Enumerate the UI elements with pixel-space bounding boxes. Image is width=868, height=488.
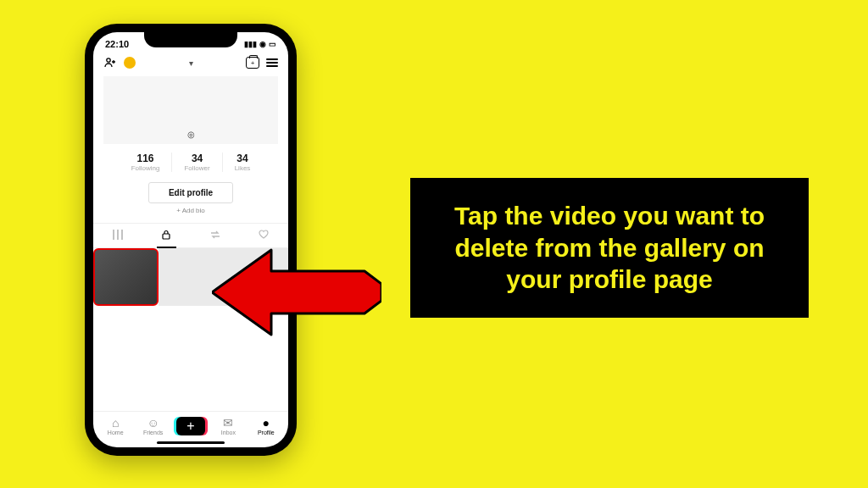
add-user-icon[interactable]: [103, 56, 117, 69]
stat-likes-label: Likes: [235, 164, 251, 172]
signal-icon: ▮▮▮: [244, 40, 257, 48]
inbox-icon: ✉: [223, 417, 233, 429]
plus-icon: +: [176, 417, 205, 435]
profile-avatar-area[interactable]: ◎: [103, 76, 278, 144]
stat-following-label: Following: [131, 164, 160, 172]
camera-icon[interactable]: +: [246, 57, 259, 69]
status-right-icons: ▮▮▮ ◉ ▭: [244, 40, 276, 48]
battery-icon: ▭: [269, 40, 276, 48]
nav-friends-label: Friends: [143, 430, 163, 435]
profile-top-bar: ▾ +: [93, 51, 288, 75]
nav-profile-label: Profile: [258, 430, 275, 435]
home-icon: ⌂: [112, 417, 119, 429]
svg-point-0: [107, 58, 110, 62]
phone-mockup: 22:10 ▮▮▮ ◉ ▭ ▾ + ◎ 116 Following: [85, 24, 297, 456]
profile-stats: 116 Following 34 Follower 34 Likes: [93, 144, 288, 177]
instruction-box: Tap the video you want to delete from th…: [410, 178, 809, 318]
nav-friends[interactable]: ☺ Friends: [134, 417, 171, 435]
status-time: 22:10: [105, 39, 129, 49]
stat-followers-count: 34: [184, 152, 209, 164]
nav-inbox-label: Inbox: [221, 430, 236, 435]
stat-likes[interactable]: 34 Likes: [223, 152, 263, 172]
svg-marker-2: [212, 250, 381, 335]
stat-likes-count: 34: [235, 152, 251, 164]
stat-followers-label: Follower: [184, 164, 209, 172]
add-bio-button[interactable]: + Add bio: [93, 207, 288, 214]
tab-reposts[interactable]: [191, 224, 240, 247]
nav-create[interactable]: +: [172, 417, 209, 435]
nav-inbox[interactable]: ✉ Inbox: [209, 417, 247, 435]
nav-home[interactable]: ⌂ Home: [97, 417, 134, 435]
video-thumbnail-1[interactable]: [93, 248, 159, 306]
wifi-icon: ◉: [259, 40, 266, 48]
friends-icon: ☺: [147, 417, 159, 429]
tab-grid[interactable]: [93, 224, 142, 247]
avatar-placeholder-icon: ◎: [187, 130, 195, 139]
home-indicator: [157, 441, 225, 444]
svg-rect-1: [163, 234, 170, 239]
profile-icon: ●: [263, 417, 270, 429]
tab-liked[interactable]: [240, 224, 289, 247]
tab-private[interactable]: [142, 224, 192, 247]
chevron-down-icon[interactable]: ▾: [189, 58, 193, 68]
edit-profile-button[interactable]: Edit profile: [148, 182, 233, 203]
phone-notch: [144, 32, 237, 47]
nav-home-label: Home: [108, 430, 124, 435]
stat-following-count: 116: [131, 152, 160, 164]
stat-following[interactable]: 116 Following: [120, 152, 173, 172]
profile-tabs: [93, 223, 288, 248]
phone-screen: 22:10 ▮▮▮ ◉ ▭ ▾ + ◎ 116 Following: [93, 32, 288, 447]
coin-icon[interactable]: [124, 57, 136, 69]
nav-profile[interactable]: ● Profile: [248, 417, 285, 435]
stat-followers[interactable]: 34 Follower: [172, 152, 222, 172]
red-arrow: [212, 246, 381, 339]
bottom-navigation: ⌂ Home ☺ Friends + ✉ Inbox ● Profile: [93, 411, 288, 439]
hamburger-icon[interactable]: [266, 58, 278, 67]
